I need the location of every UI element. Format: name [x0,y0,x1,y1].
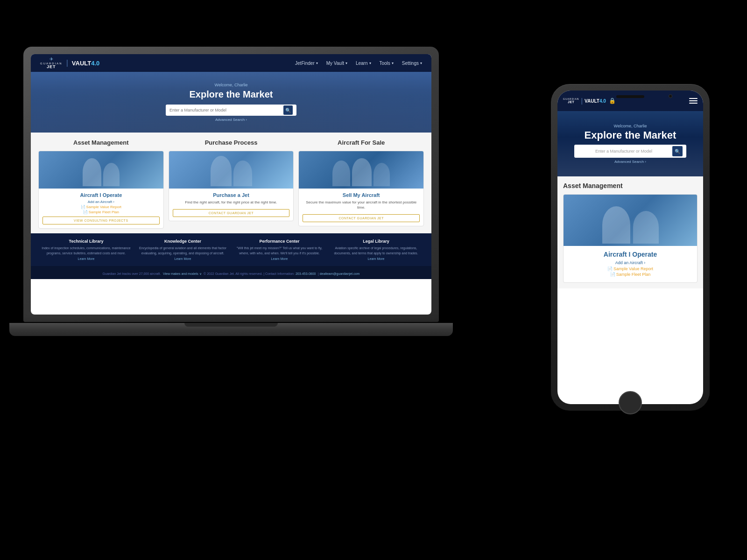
purchase-card-image [169,151,294,189]
nav-myvault[interactable]: My Vault ▾ [326,61,347,66]
person-silhouette [103,163,120,186]
footer-performance-link[interactable]: Learn More [233,257,325,260]
cards-row: Asset Management A [38,139,424,229]
person-silhouette [211,156,232,186]
purchase-card-title: Purchase a Jet [173,192,290,198]
chevron-icon: ▾ [345,61,347,65]
footer-legal-title: Legal Library [330,239,422,244]
phone-vault-version: 4.0 [599,98,606,104]
footer-knowledge-text: Encyclopedia of general aviation and all… [137,246,229,256]
phone-brand: GUARDIAN JET | VAULT4.0 🔒 [563,97,616,105]
asset-card-body: Aircraft I Operate Add an Aircraft › 📄 S… [39,189,163,228]
footer-legal-text: Aviation specific archive of legal proce… [330,246,422,256]
contact-guardian-btn-sale[interactable]: CONTACT GUARDIAN JET [303,214,420,222]
contact-guardian-btn-purchase[interactable]: CONTACT GUARDIAN JET [173,209,290,217]
sample-value-report-link[interactable]: 📄 Sample Value Report [42,205,160,209]
phone-brand-divider: | [581,97,583,105]
phone-search-button[interactable]: 🔍 [672,146,683,156]
hero-welcome-text: Welcome, Charlie [166,83,296,87]
search-button[interactable]: 🔍 [283,105,293,115]
view-makes-link[interactable]: View makes and models ∨ [163,272,202,275]
sale-card-image [299,151,423,189]
laptop-hero: Welcome, Charlie Explore the Market 🔍 Ad… [31,72,431,133]
laptop-screen: ✈ GUARDIAN JET | VAULT4.0 JetFinder ▾ My… [31,54,431,315]
person-silhouette [332,161,350,186]
footer-knowledge-link[interactable]: Learn More [137,257,229,260]
laptop-footer: Technical Library Index of inspection sc… [31,233,431,266]
nav-jetfinder[interactable]: JetFinder ▾ [295,61,318,66]
purchase-card-text: Find the right aircraft, for the right p… [173,200,290,205]
phone-hero-content: Welcome, Charlie Explore the Market Ente… [574,124,686,164]
phone-frame: GUARDIAN JET | VAULT4.0 🔒 [551,84,710,411]
phone-aircraft-operate-title: Aircraft I Operate [568,251,692,258]
asset-management-card: Aircraft I Operate Add an Aircraft › 📄 S… [38,151,164,229]
purchase-card-image-inner [169,151,294,189]
person-silhouette [633,211,659,244]
aircraft-for-sale-title: Aircraft For Sale [298,139,424,146]
chevron-icon: ▾ [316,61,318,65]
footer-bottom: Guardian Jet tracks over 27,000 aircraft… [31,266,431,279]
guardian-jet-text: JET [47,65,56,69]
advanced-search-link[interactable]: Advanced Search › [166,118,296,122]
footer-knowledge-center: Knowledge Center Encyclopedia of general… [137,239,229,260]
nav-tools[interactable]: Tools ▾ [380,61,394,66]
footer-email[interactable]: dealteam@guardianjet.com [320,272,360,275]
asset-card-image [39,151,163,189]
footer-phone[interactable]: 203-453-0800 [296,272,316,275]
add-aircraft-link[interactable]: Add an Aircraft › [42,200,160,204]
footer-tech-text: Index of inspection schedules, communica… [40,246,132,256]
sample-fleet-plan-link[interactable]: 📄 Sample Fleet Plan [42,210,160,214]
laptop-base [9,323,453,336]
nav-settings[interactable]: Settings ▾ [402,61,422,66]
phone-search-placeholder: Enter a Manufacturer or Model [578,149,669,154]
phone-speaker [616,95,644,98]
footer-legal-library: Legal Library Aviation specific archive … [330,239,422,260]
phone-sample-value-report[interactable]: 📄 Sample Value Report [568,266,692,271]
phone-card-body: Aircraft I Operate Add an Aircraft › 📄 S… [564,246,697,282]
footer-tech-link[interactable]: Learn More [40,257,132,260]
sale-card-title: Sell My Aircraft [303,192,420,198]
brand-divider: | [66,59,68,67]
sale-card-text: Secure the maximum value for your aircra… [303,200,420,210]
chevron-icon: ▾ [369,61,371,65]
phone-search-bar[interactable]: Enter a Manufacturer or Model 🔍 [574,145,686,158]
laptop-screen-bezel: ✈ GUARDIAN JET | VAULT4.0 JetFinder ▾ My… [31,54,431,315]
laptop-navbar: ✈ GUARDIAN JET | VAULT4.0 JetFinder ▾ My… [31,54,431,72]
chevron-icon: ▾ [420,61,422,65]
person-silhouette [374,163,390,186]
phone-advanced-search[interactable]: Advanced Search › [574,160,686,164]
hero-search-bar[interactable]: 🔍 [166,105,296,116]
laptop-frame: ✈ GUARDIAN JET | VAULT4.0 JetFinder ▾ My… [23,47,439,322]
footer-copyright: © 2022 Guardian Jet. All rights reserved… [204,272,296,275]
cards-section: Asset Management A [31,133,431,233]
footer-legal-link[interactable]: Learn More [330,257,422,260]
phone-hero-title: Explore the Market [574,130,686,141]
search-input[interactable] [169,108,281,112]
footer-technical-library: Technical Library Index of inspection sc… [40,239,132,260]
phone-vault-text: VAULT4.0 [585,98,606,104]
footer-tech-title: Technical Library [40,239,132,244]
person-silhouette [352,158,372,186]
phone-cards-section: Asset Management Aircraft I Operate Ad [557,176,703,288]
vault-version: 4.0 [91,60,99,67]
phone-hamburger-menu[interactable] [689,98,698,104]
footer-tracking-text: Guardian Jet tracks over 27,000 aircraft… [103,272,161,275]
hero-content: Welcome, Charlie Explore the Market 🔍 Ad… [166,83,296,122]
sale-card-image-inner [299,151,423,189]
phone-home-button[interactable] [619,391,642,414]
phone-lock-icon: 🔒 [609,98,616,104]
hamburger-line [689,103,698,104]
brand-vault-text: VAULT4.0 [72,60,99,67]
plane-icon: ✈ [49,57,53,62]
nav-learn[interactable]: Learn ▾ [356,61,371,66]
laptop-brand: ✈ GUARDIAN JET | VAULT4.0 [40,57,99,69]
phone-screen-bezel: GUARDIAN JET | VAULT4.0 🔒 [557,91,703,404]
person-silhouette [602,206,630,244]
phone-sample-fleet-plan[interactable]: 📄 Sample Fleet Plan [568,272,692,277]
phone-add-aircraft-link[interactable]: Add an Aircraft › [568,260,692,265]
hamburger-line [689,98,698,99]
view-consulting-btn[interactable]: VIEW CONSULTING PROJECTS [42,217,160,224]
phone-hero-welcome: Welcome, Charlie [574,124,686,128]
purchase-card-body: Purchase a Jet Find the right aircraft, … [169,189,294,221]
chevron-icon: ▾ [392,61,394,65]
